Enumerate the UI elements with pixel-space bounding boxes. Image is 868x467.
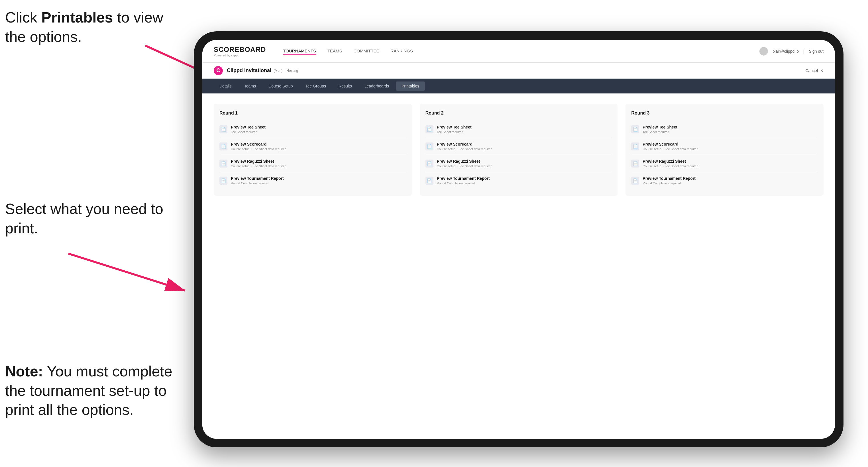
round1-scorecard-title: Preview Scorecard: [231, 142, 286, 147]
tee-sheet-icon-r3: 📄: [631, 125, 639, 133]
user-avatar: [760, 47, 768, 56]
tab-teams[interactable]: Teams: [239, 82, 261, 91]
top-nav: SCOREBOARD Powered by clippd TOURNAMENTS…: [202, 40, 835, 63]
round1-tournament-report-title: Preview Tournament Report: [231, 176, 284, 181]
tournament-logo: C: [214, 66, 223, 75]
arrow-to-raguzzi: [45, 242, 199, 305]
round3-tournament-report[interactable]: 📄 Preview Tournament Report Round Comple…: [631, 172, 818, 189]
raguzzi-icon-r3: 📄: [631, 160, 639, 167]
tab-details[interactable]: Details: [214, 82, 237, 91]
round3-scorecard-sub: Course setup + Tee Sheet data required: [643, 147, 698, 151]
scoreboard-logo: SCOREBOARD Powered by clippd: [214, 45, 266, 57]
hosting-badge: Hosting: [286, 69, 298, 73]
round1-scorecard[interactable]: 📄 Preview Scorecard Course setup + Tee S…: [219, 138, 406, 155]
sub-nav: Details Teams Course Setup Tee Groups Re…: [202, 79, 835, 93]
nav-tournaments[interactable]: TOURNAMENTS: [283, 47, 316, 55]
tab-leaderboards[interactable]: Leaderboards: [359, 82, 395, 91]
top-nav-links: TOURNAMENTS TEAMS COMMITTEE RANKINGS: [283, 47, 760, 55]
logo-sub: Powered by clippd: [214, 54, 266, 57]
nav-rankings[interactable]: RANKINGS: [391, 47, 413, 55]
logo-main: SCOREBOARD: [214, 45, 266, 54]
scorecard-icon-r3: 📄: [631, 143, 639, 150]
tournament-report-icon: 📄: [219, 177, 227, 185]
tee-sheet-icon: 📄: [219, 125, 227, 133]
nav-teams[interactable]: TEAMS: [328, 47, 342, 55]
round2-raguzzi[interactable]: 📄 Preview Raguzzi Sheet Course setup + T…: [426, 155, 612, 172]
tournament-name: Clippd Invitational: [227, 67, 271, 73]
round2-tee-sheet-sub: Tee Sheet required: [437, 130, 472, 134]
round3-scorecard[interactable]: 📄 Preview Scorecard Course setup + Tee S…: [631, 138, 818, 155]
tournament-report-icon-r3: 📄: [631, 177, 639, 185]
round-2-column: Round 2 📄 Preview Tee Sheet Tee Sheet re…: [420, 104, 618, 196]
round3-tee-sheet-sub: Tee Sheet required: [643, 130, 677, 134]
tab-results[interactable]: Results: [333, 82, 358, 91]
round1-tee-sheet-sub: Tee Sheet required: [231, 130, 266, 134]
tournament-bracket: (Men): [274, 69, 282, 73]
nav-committee[interactable]: COMMITTEE: [354, 47, 379, 55]
tournament-report-icon-r2: 📄: [426, 177, 433, 185]
annotation-select-print: Select what you need to print.: [5, 199, 165, 238]
round2-raguzzi-title: Preview Raguzzi Sheet: [437, 159, 492, 163]
cancel-button[interactable]: Cancel ✕: [805, 68, 824, 73]
scorecard-icon-r2: 📄: [426, 143, 433, 150]
top-nav-right: blair@clippd.io | Sign out: [760, 47, 824, 56]
round2-tee-sheet-title: Preview Tee Sheet: [437, 125, 472, 129]
round1-raguzzi-sub: Course setup + Tee Sheet data required: [231, 164, 286, 168]
round1-raguzzi-title: Preview Raguzzi Sheet: [231, 159, 286, 163]
separator: |: [803, 49, 804, 54]
tab-tee-groups[interactable]: Tee Groups: [300, 82, 332, 91]
round-3-column: Round 3 📄 Preview Tee Sheet Tee Sheet re…: [625, 104, 824, 196]
round2-scorecard-sub: Course setup + Tee Sheet data required: [437, 147, 492, 151]
rounds-container: Round 1 📄 Preview Tee Sheet Tee Sheet re…: [214, 104, 824, 196]
round1-scorecard-sub: Course setup + Tee Sheet data required: [231, 147, 286, 151]
round2-tournament-report-title: Preview Tournament Report: [437, 176, 490, 181]
round3-tee-sheet-title: Preview Tee Sheet: [643, 125, 677, 129]
main-content: Round 1 📄 Preview Tee Sheet Tee Sheet re…: [202, 93, 835, 439]
round3-tournament-report-title: Preview Tournament Report: [643, 176, 695, 181]
tablet-screen: SCOREBOARD Powered by clippd TOURNAMENTS…: [202, 40, 835, 439]
round2-tournament-report[interactable]: 📄 Preview Tournament Report Round Comple…: [426, 172, 612, 189]
round-1-column: Round 1 📄 Preview Tee Sheet Tee Sheet re…: [214, 104, 412, 196]
round2-scorecard-title: Preview Scorecard: [437, 142, 492, 147]
user-email: blair@clippd.io: [773, 49, 799, 54]
round3-raguzzi-title: Preview Raguzzi Sheet: [643, 159, 698, 163]
round3-tournament-report-sub: Round Completion required: [643, 182, 695, 185]
round3-raguzzi[interactable]: 📄 Preview Raguzzi Sheet Course setup + T…: [631, 155, 818, 172]
round1-tee-sheet-title: Preview Tee Sheet: [231, 125, 266, 129]
round3-scorecard-title: Preview Scorecard: [643, 142, 698, 147]
tablet-frame: SCOREBOARD Powered by clippd TOURNAMENTS…: [194, 31, 843, 447]
annotation-note: Note: You must complete the tournament s…: [5, 362, 182, 420]
round1-raguzzi[interactable]: 📄 Preview Raguzzi Sheet Course setup + T…: [219, 155, 406, 172]
scorecard-icon: 📄: [219, 143, 227, 150]
round2-tournament-report-sub: Round Completion required: [437, 182, 490, 185]
round2-tee-sheet[interactable]: 📄 Preview Tee Sheet Tee Sheet required: [426, 121, 612, 138]
tee-sheet-icon-r2: 📄: [426, 125, 433, 133]
round1-tournament-report-sub: Round Completion required: [231, 182, 284, 185]
round-3-title: Round 3: [631, 111, 818, 116]
tournament-bar: C Clippd Invitational (Men) Hosting Canc…: [202, 63, 835, 79]
sign-out-link[interactable]: Sign out: [809, 49, 824, 54]
round1-tee-sheet[interactable]: 📄 Preview Tee Sheet Tee Sheet required: [219, 121, 406, 138]
tab-course-setup[interactable]: Course Setup: [263, 82, 299, 91]
round3-tee-sheet[interactable]: 📄 Preview Tee Sheet Tee Sheet required: [631, 121, 818, 138]
round-2-title: Round 2: [426, 111, 612, 116]
round2-scorecard[interactable]: 📄 Preview Scorecard Course setup + Tee S…: [426, 138, 612, 155]
round2-raguzzi-sub: Course setup + Tee Sheet data required: [437, 164, 492, 168]
tab-printables[interactable]: Printables: [396, 82, 425, 91]
round3-raguzzi-sub: Course setup + Tee Sheet data required: [643, 164, 698, 168]
raguzzi-icon-r2: 📄: [426, 160, 433, 167]
raguzzi-icon: 📄: [219, 160, 227, 167]
round1-tournament-report[interactable]: 📄 Preview Tournament Report Round Comple…: [219, 172, 406, 189]
round-1-title: Round 1: [219, 111, 406, 116]
